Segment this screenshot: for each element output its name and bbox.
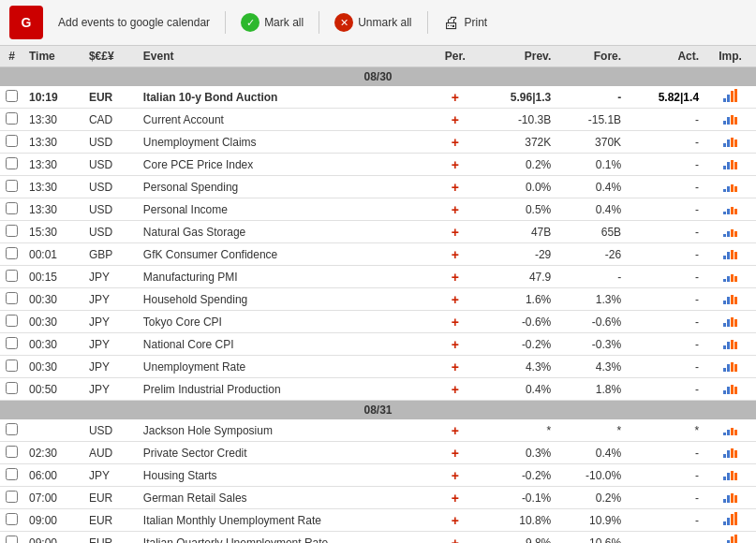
- table-row: 00:30 JPY National Core CPI + -0.2% -0.3…: [0, 333, 756, 356]
- col-fore: Fore.: [556, 46, 627, 67]
- row-checkbox[interactable]: [6, 382, 18, 394]
- act-value: -: [695, 360, 699, 374]
- event-cell: Personal Spending: [138, 176, 432, 198]
- prev-cell: 1.6%: [479, 288, 556, 311]
- time-cell: 10:19: [23, 86, 83, 109]
- table-row: 13:30 USD Unemployment Claims + 372K 370…: [0, 131, 756, 154]
- row-checkbox[interactable]: [6, 135, 18, 147]
- period-plus-icon: +: [452, 446, 459, 461]
- act-value: -: [695, 447, 699, 460]
- divider-2: [319, 11, 319, 34]
- act-cell: -: [627, 464, 704, 487]
- period-cell: +: [431, 243, 479, 266]
- row-checkbox-cell[interactable]: [0, 198, 23, 221]
- col-event: Event: [138, 46, 432, 67]
- row-checkbox-cell[interactable]: [0, 442, 23, 464]
- currency-cell: EUR: [83, 532, 138, 544]
- time-cell: 00:30: [23, 356, 83, 378]
- table-row: 13:30 USD Core PCE Price Index + 0.2% 0.…: [0, 154, 756, 176]
- period-plus-icon: +: [452, 292, 459, 307]
- unmark-all-button[interactable]: ✕ Unmark all: [334, 13, 411, 32]
- period-plus-icon: +: [452, 157, 459, 172]
- row-checkbox[interactable]: [6, 180, 18, 192]
- row-checkbox-cell[interactable]: [0, 311, 23, 333]
- row-checkbox[interactable]: [6, 90, 18, 102]
- table-row: 09:00 EUR Italian Quarterly Unemployment…: [0, 532, 756, 544]
- event-cell: Core PCE Price Index: [138, 154, 432, 176]
- table-row: 10:19 EUR Italian 10-y Bond Auction + 5.…: [0, 86, 756, 109]
- row-checkbox[interactable]: [6, 446, 18, 458]
- prev-cell: 4.3%: [479, 356, 556, 378]
- row-checkbox-cell[interactable]: [0, 419, 23, 442]
- row-checkbox-cell[interactable]: [0, 333, 23, 356]
- row-checkbox-cell[interactable]: [0, 356, 23, 378]
- row-checkbox-cell[interactable]: [0, 464, 23, 487]
- row-checkbox[interactable]: [6, 491, 18, 503]
- row-checkbox-cell[interactable]: [0, 131, 23, 154]
- row-checkbox[interactable]: [6, 360, 18, 372]
- period-cell: +: [431, 442, 479, 464]
- act-cell: -: [627, 356, 704, 378]
- row-checkbox[interactable]: [6, 423, 18, 435]
- row-checkbox-cell[interactable]: [0, 109, 23, 131]
- row-checkbox[interactable]: [6, 337, 18, 349]
- row-checkbox-cell[interactable]: [0, 154, 23, 176]
- prev-cell: *: [479, 419, 556, 442]
- row-checkbox[interactable]: [6, 513, 18, 525]
- mark-all-button[interactable]: ✓ Mark all: [241, 13, 304, 32]
- act-value: -: [695, 113, 699, 126]
- row-checkbox-cell[interactable]: [0, 86, 23, 109]
- row-checkbox[interactable]: [6, 247, 18, 259]
- fore-cell: 1.3%: [556, 288, 627, 311]
- table-row: 13:30 USD Personal Spending + 0.0% 0.4% …: [0, 176, 756, 198]
- currency-cell: USD: [83, 154, 138, 176]
- row-checkbox[interactable]: [6, 157, 18, 169]
- row-checkbox-cell[interactable]: [0, 176, 23, 198]
- event-cell: Private Sector Credit: [138, 442, 432, 464]
- imp-cell: [704, 131, 756, 154]
- row-checkbox[interactable]: [6, 225, 18, 237]
- row-checkbox-cell[interactable]: [0, 509, 23, 532]
- imp-cell: [704, 509, 756, 532]
- fore-cell: 10.9%: [556, 509, 627, 532]
- row-checkbox[interactable]: [6, 536, 18, 544]
- period-plus-icon: +: [452, 513, 459, 528]
- toolbar: G Add events to google calendar ✓ Mark a…: [0, 0, 756, 46]
- imp-cell: [704, 109, 756, 131]
- act-value: -: [695, 181, 699, 194]
- row-checkbox[interactable]: [6, 270, 18, 282]
- imp-cell: [704, 86, 756, 109]
- prev-cell: -0.6%: [479, 311, 556, 333]
- table-row: USD Jackson Hole Symposium + * * *: [0, 419, 756, 442]
- col-hash: #: [0, 46, 23, 67]
- row-checkbox-cell[interactable]: [0, 266, 23, 288]
- row-checkbox-cell[interactable]: [0, 288, 23, 311]
- event-cell: Unemployment Claims: [138, 131, 432, 154]
- row-checkbox-cell[interactable]: [0, 378, 23, 401]
- event-cell: Italian Quarterly Unemployment Rate: [138, 532, 432, 544]
- prev-cell: -0.2%: [479, 333, 556, 356]
- table-row: 13:30 USD Personal Income + 0.5% 0.4% -: [0, 198, 756, 221]
- prev-cell: 0.5%: [479, 198, 556, 221]
- period-plus-icon: +: [452, 180, 459, 195]
- row-checkbox-cell[interactable]: [0, 487, 23, 509]
- row-checkbox[interactable]: [6, 202, 18, 214]
- event-cell: Unemployment Rate: [138, 356, 432, 378]
- print-button[interactable]: 🖨 Print: [443, 13, 488, 33]
- period-plus-icon: +: [452, 360, 459, 374]
- time-cell: 00:30: [23, 311, 83, 333]
- table-row: 00:30 JPY Household Spending + 1.6% 1.3%…: [0, 288, 756, 311]
- row-checkbox[interactable]: [6, 315, 18, 327]
- row-checkbox-cell[interactable]: [0, 243, 23, 266]
- event-cell: Household Spending: [138, 288, 432, 311]
- row-checkbox[interactable]: [6, 468, 18, 480]
- period-plus-icon: +: [452, 225, 459, 240]
- row-checkbox[interactable]: [6, 292, 18, 304]
- row-checkbox-cell[interactable]: [0, 532, 23, 544]
- period-cell: +: [431, 487, 479, 509]
- add-calendar-button[interactable]: Add events to google calendar: [58, 16, 210, 29]
- row-checkbox[interactable]: [6, 112, 18, 125]
- imp-cell: [704, 333, 756, 356]
- event-cell: Italian 10-y Bond Auction: [138, 86, 432, 109]
- row-checkbox-cell[interactable]: [0, 221, 23, 243]
